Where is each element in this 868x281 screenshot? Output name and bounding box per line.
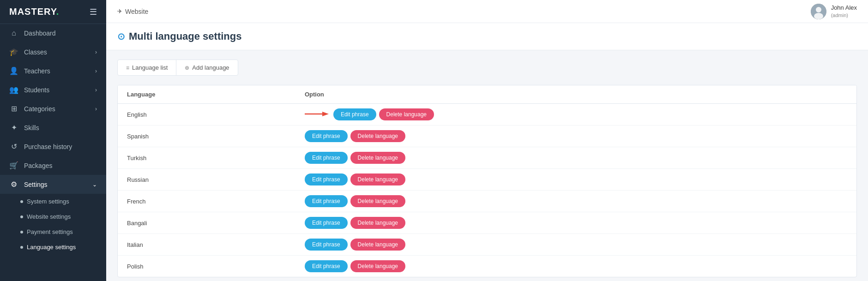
edit-phrase-button[interactable]: Edit phrase — [305, 260, 348, 272]
user-name: John Alex — [831, 4, 857, 12]
option-cell: Edit phraseDelete language — [295, 191, 856, 212]
topbar-website-label: Website — [125, 8, 148, 15]
sidebar-item-label: Students — [24, 86, 49, 94]
delete-language-button[interactable]: Delete language — [350, 260, 405, 272]
chevron-right-icon: › — [95, 49, 97, 55]
edit-phrase-button[interactable]: Edit phrase — [305, 239, 348, 251]
hamburger-icon[interactable]: ☰ — [90, 7, 97, 17]
topbar-user: John Alex (admin) — [811, 4, 857, 19]
delete-language-button[interactable]: Delete language — [350, 217, 405, 229]
language-cell: Spanish — [118, 126, 295, 147]
svg-point-2 — [814, 13, 823, 19]
packages-icon: 🛒 — [9, 161, 18, 170]
topbar: ✈ Website John Alex (admin) — [106, 0, 868, 23]
classes-icon: 🎓 — [9, 48, 18, 56]
language-cell: Turkish — [118, 147, 295, 169]
sidebar-item-classes[interactable]: 🎓 Classes › — [0, 42, 106, 61]
sidebar-item-label: Skills — [24, 124, 39, 132]
page-title-text: Multi language settings — [129, 30, 241, 42]
option-cell: Edit phraseDelete language — [295, 212, 856, 234]
sidebar-item-packages[interactable]: 🛒 Packages — [0, 156, 106, 175]
topbar-breadcrumb: ✈ Website — [117, 8, 148, 15]
sidebar-item-teachers[interactable]: 👤 Teachers › — [0, 61, 106, 80]
language-cell: Russian — [118, 169, 295, 191]
logo-text: MASTERY. — [9, 6, 59, 17]
delete-language-button[interactable]: Delete language — [350, 195, 405, 207]
option-cell: Edit phraseDelete language — [295, 147, 856, 169]
delete-language-button[interactable]: Delete language — [350, 152, 405, 164]
table-row: FrenchEdit phraseDelete language — [118, 191, 856, 212]
chevron-right-icon: › — [95, 87, 97, 93]
table-row: BangaliEdit phraseDelete language — [118, 212, 856, 234]
table-row: TurkishEdit phraseDelete language — [118, 147, 856, 169]
table-row: English Edit phraseDelete language — [118, 104, 856, 126]
sidebar-subitem-payment-settings[interactable]: Payment settings — [0, 224, 106, 239]
tab-label: Language list — [132, 64, 168, 71]
dashboard-icon: ⌂ — [9, 29, 18, 37]
col-option: Option — [295, 85, 856, 104]
sidebar-item-label: Purchase history — [24, 143, 72, 150]
sidebar-item-skills[interactable]: ✦ Skills — [0, 118, 106, 137]
sidebar-item-label: Classes — [24, 48, 47, 56]
sidebar-subitem-language-settings[interactable]: Language settings — [0, 239, 106, 255]
settings-icon: ⚙ — [9, 180, 18, 189]
option-cell: Edit phraseDelete language — [295, 169, 856, 191]
categories-icon: ⊞ — [9, 104, 18, 113]
sidebar-item-label: Packages — [24, 162, 52, 169]
sub-bullet-icon — [20, 246, 23, 249]
tab-add-language[interactable]: ⊕ Add language — [176, 60, 237, 75]
delete-language-button[interactable]: Delete language — [350, 173, 405, 185]
sidebar-subitem-system-settings[interactable]: System settings — [0, 194, 106, 209]
sidebar-subitem-label: Language settings — [27, 244, 76, 251]
sidebar-item-dashboard[interactable]: ⌂ Dashboard — [0, 24, 106, 42]
user-role: (admin) — [831, 12, 857, 18]
languages-table: Language Option English Edit phraseDelet… — [117, 85, 857, 277]
language-cell: English — [118, 104, 295, 126]
sidebar-item-purchase-history[interactable]: ↺ Purchase history — [0, 137, 106, 156]
sub-bullet-icon — [20, 200, 23, 203]
table-row: SpanishEdit phraseDelete language — [118, 126, 856, 147]
sidebar-item-label: Categories — [24, 105, 55, 113]
delete-language-button[interactable]: Delete language — [379, 108, 434, 120]
edit-phrase-button[interactable]: Edit phrase — [305, 217, 348, 229]
option-cell: Edit phraseDelete language — [295, 104, 856, 126]
page-title-icon: ⊙ — [117, 31, 125, 42]
sidebar-subitem-label: Payment settings — [27, 228, 73, 235]
page-title: ⊙ Multi language settings — [117, 30, 857, 42]
page-header: ⊙ Multi language settings — [106, 23, 868, 50]
language-cell: French — [118, 191, 295, 212]
user-info: John Alex (admin) — [831, 4, 857, 18]
svg-point-1 — [816, 7, 821, 12]
tab-label: Add language — [192, 64, 229, 71]
sidebar: MASTERY. ☰ ⌂ Dashboard 🎓 Classes › 👤 Tea… — [0, 0, 106, 281]
sub-bullet-icon — [20, 231, 23, 233]
table-row: PolishEdit phraseDelete language — [118, 256, 856, 277]
chevron-right-icon: › — [95, 106, 97, 112]
edit-phrase-button[interactable]: Edit phrase — [305, 173, 348, 185]
sidebar-subitem-label: Website settings — [27, 213, 71, 220]
edit-phrase-button[interactable]: Edit phrase — [305, 152, 348, 164]
teachers-icon: 👤 — [9, 66, 18, 75]
chevron-right-icon: › — [95, 68, 97, 74]
students-icon: 👥 — [9, 85, 18, 94]
tab-language-list[interactable]: ≡ Language list — [118, 60, 176, 75]
delete-language-button[interactable]: Delete language — [350, 239, 405, 251]
col-language: Language — [118, 85, 295, 104]
language-cell: Italian — [118, 234, 295, 256]
language-cell: Polish — [118, 256, 295, 277]
purchase-history-icon: ↺ — [9, 142, 18, 151]
main-content: ✈ Website John Alex (admin) ⊙ Multi lang… — [106, 0, 868, 281]
delete-language-button[interactable]: Delete language — [350, 130, 405, 142]
option-cell: Edit phraseDelete language — [295, 126, 856, 147]
sidebar-item-students[interactable]: 👥 Students › — [0, 80, 106, 99]
edit-phrase-button[interactable]: Edit phrase — [333, 108, 376, 120]
sidebar-subitem-website-settings[interactable]: Website settings — [0, 209, 106, 224]
sidebar-item-settings[interactable]: ⚙ Settings ⌄ — [0, 175, 106, 194]
sidebar-subitem-label: System settings — [27, 198, 69, 205]
skills-icon: ✦ — [9, 123, 18, 132]
edit-phrase-button[interactable]: Edit phrase — [305, 130, 348, 142]
avatar — [811, 4, 826, 19]
edit-phrase-button[interactable]: Edit phrase — [305, 195, 348, 207]
table-row: ItalianEdit phraseDelete language — [118, 234, 856, 256]
sidebar-item-categories[interactable]: ⊞ Categories › — [0, 99, 106, 118]
